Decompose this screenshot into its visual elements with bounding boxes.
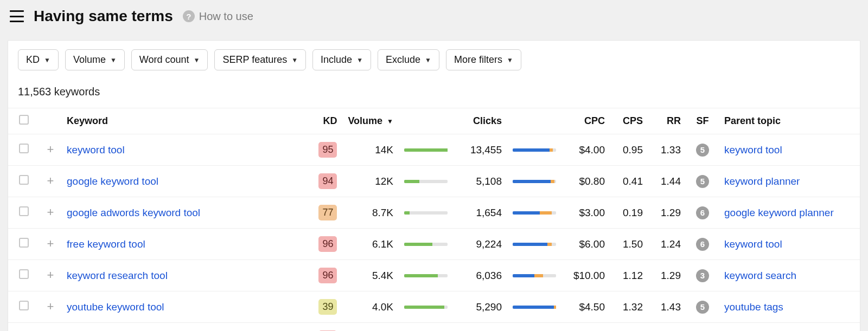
sf-badge: 5 (696, 144, 709, 157)
table-row: + keyword tool 95 14K 13,455 $4.00 0.95 … (8, 134, 860, 166)
clicks-value: 6,225 (453, 323, 507, 332)
row-checkbox[interactable] (19, 206, 29, 216)
table-row: + free keyword tool 96 6.1K 9,224 $6.00 … (8, 229, 860, 260)
cps-value: 1.50 (610, 229, 648, 260)
clicks-value: 5,290 (453, 291, 507, 323)
page-title: Having same terms (34, 8, 173, 25)
expand-icon[interactable]: + (45, 144, 56, 155)
filter-serp-features[interactable]: SERP features▼ (214, 49, 306, 70)
rr-value: 1.21 (648, 323, 686, 332)
volume-bar (404, 306, 448, 309)
filter-more-filters[interactable]: More filters▼ (446, 49, 521, 70)
table-row: + free keyword research tool 95 3.7K 6,2… (8, 323, 860, 332)
row-checkbox[interactable] (19, 238, 29, 248)
row-checkbox[interactable] (19, 175, 29, 185)
filter-label: Word count (139, 54, 189, 66)
cpc-value: $8.00 (561, 323, 610, 332)
keyword-link[interactable]: keyword tool (67, 144, 125, 155)
filter-label: SERP features (222, 54, 287, 66)
kd-badge: 94 (318, 173, 337, 189)
clicks-bar (513, 306, 556, 309)
sf-badge: 5 (696, 175, 709, 188)
col-cps[interactable]: CPS (610, 108, 648, 134)
volume-value: 4.0K (342, 291, 399, 323)
col-clicks[interactable]: Clicks (453, 108, 507, 134)
parent-topic-link[interactable]: keyword search (724, 270, 796, 281)
filter-volume[interactable]: Volume▼ (65, 49, 125, 70)
clicks-bar (513, 274, 556, 277)
col-sf[interactable]: SF (686, 108, 719, 134)
chevron-down-icon: ▼ (110, 56, 117, 64)
parent-topic-link[interactable]: keyword planner (724, 176, 800, 187)
expand-icon[interactable]: + (45, 176, 56, 186)
rr-value: 1.33 (648, 134, 686, 166)
select-all-checkbox[interactable] (19, 115, 29, 125)
filter-label: Exclude (386, 54, 420, 66)
chevron-down-icon: ▼ (425, 56, 431, 64)
keyword-link[interactable]: free keyword tool (67, 238, 145, 250)
parent-topic-link[interactable]: keyword tool (724, 238, 782, 250)
filter-label: KD (26, 54, 40, 66)
table-row: + google keyword tool 94 12K 5,108 $0.80… (8, 166, 860, 197)
keywords-table: Keyword KD Volume▼ Clicks CPC CPS RR SF … (8, 108, 860, 331)
table-row: + google adwords keyword tool 77 8.7K 1,… (8, 197, 860, 229)
volume-value: 12K (342, 166, 399, 197)
kd-badge: 39 (318, 299, 337, 315)
keyword-link[interactable]: google adwords keyword tool (67, 207, 200, 218)
clicks-value: 9,224 (453, 229, 507, 260)
col-parent[interactable]: Parent topic (719, 108, 860, 134)
filter-word-count[interactable]: Word count▼ (131, 49, 208, 70)
sf-badge: 6 (696, 238, 709, 251)
rr-value: 1.24 (648, 229, 686, 260)
rr-value: 1.43 (648, 291, 686, 323)
clicks-bar (513, 243, 556, 246)
col-kd[interactable]: KD (304, 108, 342, 134)
table-row: + keyword research tool 96 5.4K 6,036 $1… (8, 260, 860, 291)
clicks-bar (513, 180, 556, 183)
filter-label: More filters (454, 54, 502, 66)
keyword-link[interactable]: google keyword tool (67, 176, 158, 187)
rr-value: 1.44 (648, 166, 686, 197)
volume-bar (404, 180, 448, 183)
kd-badge: 96 (318, 236, 337, 252)
menu-icon[interactable] (10, 10, 24, 22)
filter-include[interactable]: Include▼ (312, 49, 371, 70)
how-to-use-link[interactable]: ? How to use (183, 10, 253, 23)
parent-topic-link[interactable]: keyword tool (724, 144, 782, 155)
expand-icon[interactable]: + (45, 207, 56, 218)
cps-value: 0.95 (610, 134, 648, 166)
keyword-link[interactable]: keyword research tool (67, 270, 168, 281)
keyword-link[interactable]: youtube keyword tool (67, 301, 164, 313)
clicks-value: 6,036 (453, 260, 507, 291)
chevron-down-icon: ▼ (291, 56, 298, 64)
clicks-bar (513, 211, 556, 215)
clicks-value: 1,654 (453, 197, 507, 229)
cpc-value: $10.00 (561, 260, 610, 291)
parent-topic-link[interactable]: youtube tags (724, 301, 783, 313)
col-rr[interactable]: RR (648, 108, 686, 134)
parent-topic-link[interactable]: google keyword planner (724, 207, 834, 218)
expand-icon[interactable]: + (45, 270, 56, 281)
volume-bar (404, 243, 448, 246)
row-checkbox[interactable] (19, 301, 29, 310)
expand-icon[interactable]: + (45, 238, 56, 249)
cps-value: 0.19 (610, 197, 648, 229)
kd-badge: 95 (318, 142, 337, 158)
expand-icon[interactable]: + (45, 301, 56, 312)
table-row: + youtube keyword tool 39 4.0K 5,290 $4.… (8, 291, 860, 323)
row-checkbox[interactable] (19, 269, 29, 279)
row-checkbox[interactable] (19, 144, 29, 153)
volume-value: 3.7K (342, 323, 399, 332)
cpc-value: $6.00 (561, 229, 610, 260)
filter-kd[interactable]: KD▼ (18, 49, 59, 70)
how-to-use-label: How to use (199, 10, 253, 23)
volume-value: 6.1K (342, 229, 399, 260)
col-cpc[interactable]: CPC (561, 108, 610, 134)
filter-exclude[interactable]: Exclude▼ (378, 49, 439, 70)
cps-value: 0.41 (610, 166, 648, 197)
cpc-value: $3.00 (561, 197, 610, 229)
col-keyword[interactable]: Keyword (61, 108, 304, 134)
col-volume[interactable]: Volume▼ (342, 108, 399, 134)
cps-value: 1.12 (610, 260, 648, 291)
clicks-bar (513, 148, 556, 152)
